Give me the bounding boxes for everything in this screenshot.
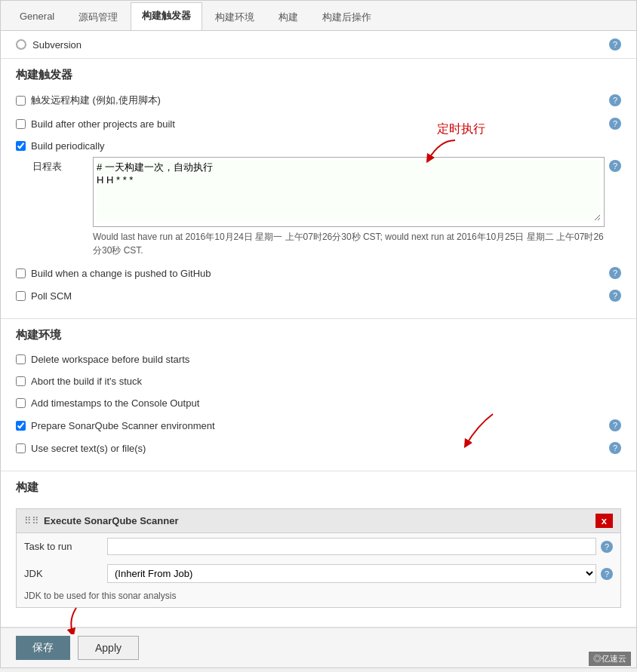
env-abort-label: Abort the build if it's stuck bbox=[31, 376, 621, 387]
env-timestamps-row: Add timestamps to the Console Output bbox=[16, 392, 621, 414]
jdk-row: JDK (Inherit From Job) ? bbox=[17, 560, 620, 588]
trigger-remote-row: 触发远程构建 (例如,使用脚本) ? bbox=[16, 88, 621, 112]
trigger-periodic-row: Build periodically bbox=[16, 135, 621, 157]
env-timestamps-checkbox[interactable] bbox=[16, 398, 26, 408]
tab-triggers[interactable]: 构建触发器 bbox=[131, 2, 202, 30]
build-block: ⠿⠿ Execute SonarQube Scanner x Task to r… bbox=[16, 508, 621, 608]
subversion-help-icon[interactable]: ? bbox=[609, 38, 621, 51]
schedule-textarea[interactable]: # 一天构建一次，自动执行 H H * * * bbox=[97, 161, 601, 221]
tab-env[interactable]: 构建环境 bbox=[204, 4, 266, 30]
trigger-remote-label: 触发远程构建 (例如,使用脚本) bbox=[31, 94, 603, 107]
close-build-block-button[interactable]: x bbox=[595, 514, 613, 528]
env-sonarqube-checkbox[interactable] bbox=[16, 421, 26, 431]
content-area: Subversion ? 构建触发器 触发远程构建 (例如,使用脚本) ? Bu… bbox=[1, 31, 636, 628]
jdk-help-icon[interactable]: ? bbox=[601, 568, 613, 580]
env-secret-help-icon[interactable]: ? bbox=[609, 442, 621, 454]
tab-general[interactable]: General bbox=[8, 4, 66, 30]
watermark: ◎亿速云 bbox=[589, 652, 631, 666]
tab-bar: General 源码管理 构建触发器 构建环境 构建 构建后操作 bbox=[1, 1, 636, 31]
schedule-hint: Would last have run at 2016年10月24日 星期一 上… bbox=[93, 230, 605, 257]
env-secret-label: Use secret text(s) or file(s) bbox=[31, 443, 603, 454]
save-button[interactable]: 保存 bbox=[16, 636, 70, 660]
trigger-periodic-checkbox[interactable] bbox=[16, 141, 26, 151]
task-to-run-row: Task to run ? bbox=[17, 533, 620, 560]
trigger-after-other-help-icon[interactable]: ? bbox=[609, 118, 621, 130]
tab-post[interactable]: 构建后操作 bbox=[311, 4, 383, 30]
sonar-annotation-arrow bbox=[455, 410, 500, 448]
trigger-after-other-checkbox[interactable] bbox=[16, 119, 26, 129]
apply-button[interactable]: Apply bbox=[78, 636, 139, 660]
env-abort-row: Abort the build if it's stuck bbox=[16, 370, 621, 392]
subversion-radio[interactable] bbox=[16, 39, 26, 50]
trigger-after-other-label: Build after other projects are built bbox=[31, 118, 603, 130]
tab-scm[interactable]: 源码管理 bbox=[67, 4, 129, 30]
subversion-row: Subversion ? bbox=[1, 31, 636, 59]
env-section-title: 构建环境 bbox=[16, 319, 621, 348]
trigger-github-help-icon[interactable]: ? bbox=[609, 267, 621, 279]
env-sonarqube-label: Prepare SonarQube Scanner environment bbox=[31, 420, 603, 431]
env-sonarqube-row: Prepare SonarQube Scanner environment ? bbox=[16, 414, 621, 437]
schedule-help-icon[interactable]: ? bbox=[609, 160, 621, 172]
trigger-periodic-label: Build periodically bbox=[31, 140, 621, 152]
trigger-pollscm-checkbox[interactable] bbox=[16, 291, 26, 301]
build-block-header: ⠿⠿ Execute SonarQube Scanner x bbox=[17, 509, 620, 533]
triggers-section-title: 构建触发器 bbox=[16, 59, 621, 88]
env-delete-ws-checkbox[interactable] bbox=[16, 354, 26, 364]
jdk-label: JDK bbox=[24, 568, 107, 579]
apply-annotation-arrow bbox=[54, 604, 91, 634]
trigger-remote-help-icon[interactable]: ? bbox=[609, 94, 621, 106]
env-secret-checkbox[interactable] bbox=[16, 443, 26, 453]
trigger-pollscm-help-icon[interactable]: ? bbox=[609, 290, 621, 302]
annotation-text: 定时执行 bbox=[437, 121, 485, 137]
trigger-remote-checkbox[interactable] bbox=[16, 96, 26, 106]
trigger-pollscm-label: Poll SCM bbox=[31, 290, 603, 302]
env-sonarqube-help-icon[interactable]: ? bbox=[609, 419, 621, 431]
schedule-label: 日程表 bbox=[32, 157, 93, 173]
trigger-github-checkbox[interactable] bbox=[16, 268, 26, 278]
env-secret-row: Use secret text(s) or file(s) ? bbox=[16, 437, 621, 459]
triggers-section: 构建触发器 触发远程构建 (例如,使用脚本) ? Build after oth… bbox=[1, 59, 636, 319]
env-delete-ws-label: Delete workspace before build starts bbox=[31, 354, 621, 365]
annotation-arrow bbox=[417, 137, 463, 167]
env-section: 构建环境 Delete workspace before build start… bbox=[1, 319, 636, 471]
tab-build[interactable]: 构建 bbox=[267, 4, 309, 30]
subversion-label: Subversion bbox=[32, 39, 82, 51]
trigger-after-other-row: Build after other projects are built ? bbox=[16, 112, 621, 135]
footer: 保存 Apply bbox=[1, 628, 636, 667]
env-timestamps-label: Add timestamps to the Console Output bbox=[31, 397, 621, 409]
main-container: General 源码管理 构建触发器 构建环境 构建 构建后操作 Subvers… bbox=[0, 0, 637, 668]
task-to-run-input[interactable] bbox=[107, 538, 596, 555]
jdk-select[interactable]: (Inherit From Job) bbox=[107, 564, 596, 583]
trigger-pollscm-row: Poll SCM ? bbox=[16, 284, 621, 307]
task-help-icon[interactable]: ? bbox=[601, 541, 613, 553]
build-section-title: 构建 bbox=[16, 471, 621, 501]
env-abort-checkbox[interactable] bbox=[16, 376, 26, 386]
build-block-title: Execute SonarQube Scanner bbox=[44, 515, 595, 526]
task-to-run-label: Task to run bbox=[24, 541, 107, 552]
trigger-github-label: Build when a change is pushed to GitHub bbox=[31, 268, 603, 279]
env-delete-ws-row: Delete workspace before build starts bbox=[16, 348, 621, 370]
jdk-note: JDK to be used for this sonar analysis bbox=[17, 588, 620, 607]
build-section: 构建 ⠿⠿ Execute SonarQube Scanner x Task t… bbox=[1, 471, 636, 628]
trigger-github-row: Build when a change is pushed to GitHub … bbox=[16, 262, 621, 284]
